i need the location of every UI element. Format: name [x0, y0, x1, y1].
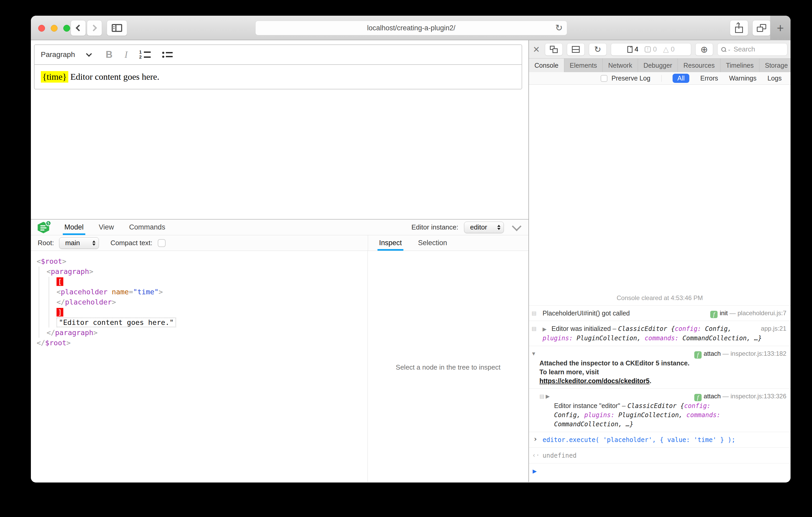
- divider: [661, 75, 662, 82]
- traffic-lights: [38, 25, 70, 32]
- bulleted-list-button[interactable]: [162, 52, 173, 58]
- address-bar[interactable]: localhost/creating-a-plugin2/ ↻: [255, 21, 567, 35]
- disclosure-triangle-icon[interactable]: ▶: [543, 326, 547, 332]
- select-arrows-icon: [92, 240, 95, 246]
- close-window-button[interactable]: [38, 25, 45, 32]
- filter-errors[interactable]: Errors: [700, 74, 718, 82]
- tree-text-node[interactable]: "Editor content goes here.": [37, 317, 368, 328]
- search-scope-chevron-icon: ⌄: [727, 47, 731, 52]
- console-command-row: › editor.execute( 'placeholder', { value…: [529, 432, 790, 448]
- tab-timelines[interactable]: Timelines: [720, 59, 759, 72]
- preserve-log-label: Preserve Log: [612, 74, 650, 82]
- tree-selection-start[interactable]: [: [37, 277, 368, 287]
- browser-titlebar: localhost/creating-a-plugin2/ ↻ +: [31, 16, 790, 40]
- editor-content[interactable]: {time} Editor content goes here.: [34, 65, 522, 89]
- forward-icon: [90, 25, 97, 31]
- devtools-search-input[interactable]: ⌄ Search: [717, 43, 787, 56]
- console-result-row: ‹· undefined: [529, 448, 790, 463]
- reload-icon[interactable]: ↻: [555, 23, 563, 33]
- new-tab-button[interactable]: +: [770, 16, 790, 40]
- tab-selection[interactable]: Selection: [418, 235, 447, 251]
- inspect-empty-message: Select a node in the tree to inspect: [368, 363, 528, 371]
- console-cleared-message: Console cleared at 4:53:46 PM: [529, 291, 790, 305]
- log-type-icon: ▤: [531, 324, 536, 333]
- model-tree: <$root> <paragraph> [ <placeholder name=…: [31, 251, 368, 482]
- tab-storage[interactable]: Storage: [759, 59, 790, 72]
- warning-icon: △: [663, 46, 669, 53]
- tab-network[interactable]: Network: [603, 59, 638, 72]
- indent-guide: [49, 277, 49, 328]
- devtools-tab-bar: Console Elements Network Debugger Resour…: [529, 59, 790, 72]
- resource-summary[interactable]: 4 !0 △0: [611, 43, 691, 56]
- log-text: Editor was initialized: [551, 325, 611, 332]
- minimize-window-button[interactable]: [51, 25, 58, 32]
- filter-logs[interactable]: Logs: [767, 74, 782, 82]
- forward-button[interactable]: [87, 20, 102, 36]
- root-select[interactable]: main: [59, 237, 99, 249]
- tree-node-paragraph-close[interactable]: </paragraph>: [37, 328, 368, 338]
- tree-node-placeholder-close[interactable]: </placeholder>: [37, 297, 368, 307]
- disclosure-triangle-icon[interactable]: ▼: [531, 349, 536, 358]
- tab-commands[interactable]: Commands: [129, 219, 165, 235]
- detach-devtools-button[interactable]: [545, 43, 563, 56]
- console-log-row: ▼ fattach — inspector.js:133:182 Attache…: [529, 346, 790, 388]
- dock-devtools-button[interactable]: [567, 43, 585, 56]
- share-button[interactable]: [730, 20, 748, 36]
- element-picker-button[interactable]: ⊕: [695, 43, 713, 56]
- console-pane[interactable]: Console cleared at 4:53:46 PM ▤ finit — …: [529, 85, 790, 482]
- compact-text-label: Compact text:: [110, 239, 152, 247]
- compact-text-checkbox[interactable]: [158, 239, 166, 247]
- tab-resources[interactable]: Resources: [678, 59, 720, 72]
- zoom-window-button[interactable]: [63, 25, 70, 32]
- chevron-down-icon[interactable]: [86, 51, 92, 57]
- close-devtools-button[interactable]: ×: [532, 44, 541, 55]
- collapse-inspector-icon[interactable]: [512, 221, 522, 231]
- command-prompt-icon: ›: [533, 435, 538, 444]
- filter-all[interactable]: All: [673, 74, 689, 83]
- filter-warnings[interactable]: Warnings: [729, 74, 757, 82]
- tree-selection-end[interactable]: ]: [37, 307, 368, 317]
- element-picker-icon: ⊕: [701, 44, 708, 55]
- tab-inspect[interactable]: Inspect: [379, 235, 402, 251]
- console-filter-bar: Preserve Log All Errors Warnings Logs: [529, 72, 790, 85]
- bold-button[interactable]: B: [106, 49, 113, 60]
- tab-elements[interactable]: Elements: [564, 59, 603, 72]
- italic-button[interactable]: I: [124, 49, 128, 60]
- reload-page-button[interactable]: ↻: [589, 43, 607, 56]
- source-link[interactable]: inspector.js:133:182: [731, 350, 786, 357]
- tree-node-paragraph-open[interactable]: <paragraph>: [37, 266, 368, 277]
- search-icon: [721, 47, 726, 52]
- back-button[interactable]: [70, 20, 86, 36]
- url-text: localhost/creating-a-plugin2/: [367, 24, 456, 32]
- ckeditor: Paragraph B I 1 2 {time} Editor conte: [34, 44, 522, 89]
- log-text: PlaceholderUI#init() got called: [543, 309, 630, 317]
- disclosure-triangle-icon[interactable]: ▶: [546, 392, 550, 401]
- indent-guide: [39, 267, 39, 338]
- source-link[interactable]: app.js:21: [761, 325, 786, 332]
- source-link[interactable]: placeholderui.js:7: [737, 309, 786, 316]
- detach-icon: [550, 46, 558, 53]
- inspector-tabs: Model View Commands: [64, 219, 165, 235]
- tree-node-root-open[interactable]: <$root>: [37, 256, 368, 266]
- tab-model[interactable]: Model: [64, 219, 84, 235]
- paragraph-dropdown[interactable]: Paragraph: [41, 51, 87, 59]
- ckeditor-docs-link[interactable]: https://ckeditor.com/docs/ckeditor5: [540, 377, 649, 385]
- placeholder-widget[interactable]: {time}: [41, 71, 68, 83]
- console-input[interactable]: ▶: [529, 463, 790, 482]
- document-count: 4: [635, 45, 638, 53]
- preserve-log-checkbox[interactable]: [601, 75, 607, 82]
- tree-node-placeholder-open[interactable]: <placeholder name="time">: [37, 287, 368, 297]
- numbered-list-button[interactable]: 1 2: [139, 51, 151, 59]
- tab-view[interactable]: View: [99, 219, 114, 235]
- tree-node-root-close[interactable]: </$root>: [37, 338, 368, 348]
- tab-debugger[interactable]: Debugger: [638, 59, 678, 72]
- ckeditor-inspector-logo-icon: 5: [38, 221, 50, 234]
- tab-overview-button[interactable]: [752, 20, 771, 36]
- tab-console[interactable]: Console: [529, 59, 564, 72]
- console-log-row: ▤ app.js:21 ▶ Editor was initialized – C…: [529, 321, 790, 346]
- source-link[interactable]: inspector.js:133:326: [731, 393, 786, 400]
- editor-instance-select[interactable]: editor: [464, 222, 504, 233]
- sidebar-toggle-button[interactable]: [107, 20, 127, 36]
- ckeditor-inspector: 5 Model View Commands Editor instance: e…: [31, 219, 528, 482]
- function-badge-icon: f: [710, 311, 718, 318]
